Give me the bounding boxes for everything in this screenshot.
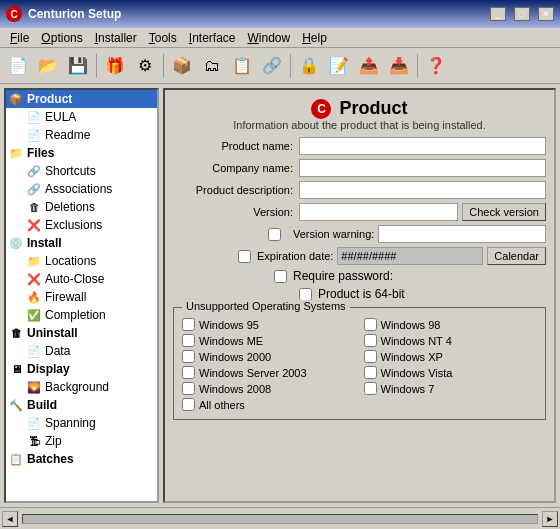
title-bar: C Centurion Setup _ □ ✕ — [0, 0, 560, 28]
os-windows2008-checkbox[interactable] — [182, 382, 195, 395]
close-button[interactable]: ✕ — [538, 7, 554, 21]
sidebar-item-associations[interactable]: 🔗 Associations — [6, 180, 157, 198]
menu-interface[interactable]: Interface — [183, 30, 242, 46]
background-icon: 🌄 — [26, 379, 42, 395]
product-icon: 📦 — [8, 91, 24, 107]
check-version-button[interactable]: Check version — [462, 203, 546, 221]
tb-install-button[interactable]: 📦 — [168, 52, 196, 80]
os-grid: Windows 95 Windows 98 Windows ME Windows… — [182, 318, 537, 411]
display-icon: 🖥 — [8, 361, 24, 377]
product-desc-input[interactable] — [299, 181, 546, 199]
tb-save-button[interactable]: 💾 — [64, 52, 92, 80]
sidebar-item-deletions[interactable]: 🗑 Deletions — [6, 198, 157, 216]
tb-pkg-button[interactable]: 🎁 — [101, 52, 129, 80]
sidebar-item-files[interactable]: 📁 Files — [6, 144, 157, 162]
sidebar: 📦 Product 📄 EULA 📄 Readme 📁 Files 🔗 Shor… — [4, 88, 159, 503]
sidebar-item-data[interactable]: 📄 Data — [6, 342, 157, 360]
toolbar: 📄 📂 💾 🎁 ⚙ 📦 🗂 📋 🔗 🔒 📝 📤 📥 ❓ — [0, 48, 560, 84]
tb-open-button[interactable]: 📂 — [34, 52, 62, 80]
tb-import-button[interactable]: 📥 — [385, 52, 413, 80]
sidebar-item-spanning[interactable]: 📄 Spanning — [6, 414, 157, 432]
os-windows2008-label: Windows 2008 — [199, 383, 271, 395]
sidebar-item-locations[interactable]: 📁 Locations — [6, 252, 157, 270]
sidebar-item-build[interactable]: 🔨 Build — [6, 396, 157, 414]
os-windows7-checkbox[interactable] — [364, 382, 377, 395]
menu-help[interactable]: Help — [296, 30, 333, 46]
expiration-input-group: Calendar — [337, 247, 546, 265]
product-64bit-checkbox[interactable] — [299, 288, 312, 301]
menu-installer[interactable]: Installer — [89, 30, 143, 46]
tb-shortcuts-button[interactable]: 🔗 — [258, 52, 286, 80]
company-name-input[interactable] — [299, 159, 546, 177]
os-windows2000-checkbox[interactable] — [182, 350, 195, 363]
os-windowsme-label: Windows ME — [199, 335, 263, 347]
expiration-input[interactable] — [337, 247, 483, 265]
sidebar-item-firewall[interactable]: 🔥 Firewall — [6, 288, 157, 306]
version-warning-input[interactable] — [378, 225, 546, 243]
main-area: 📦 Product 📄 EULA 📄 Readme 📁 Files 🔗 Shor… — [0, 84, 560, 507]
sidebar-item-install[interactable]: 💿 Install — [6, 234, 157, 252]
zip-icon: 🗜 — [26, 433, 42, 449]
os-windows98-label: Windows 98 — [381, 319, 441, 331]
product-name-input[interactable] — [299, 137, 546, 155]
product-name-label: Product name: — [173, 140, 293, 152]
tb-help-button[interactable]: ❓ — [422, 52, 450, 80]
os-windows98-checkbox[interactable] — [364, 318, 377, 331]
minimize-button[interactable]: _ — [490, 7, 506, 21]
version-input[interactable] — [299, 203, 458, 221]
tb-files-button[interactable]: 🗂 — [198, 52, 226, 80]
unsupported-os-title: Unsupported Operating Systems — [182, 300, 350, 312]
firewall-icon: 🔥 — [26, 289, 42, 305]
os-all-others-checkbox[interactable] — [182, 398, 195, 411]
os-windowsserver2003-checkbox[interactable] — [182, 366, 195, 379]
menu-tools[interactable]: Tools — [143, 30, 183, 46]
toolbar-separator-1 — [96, 54, 97, 78]
tb-reg-button[interactable]: 📋 — [228, 52, 256, 80]
scroll-right-button[interactable]: ► — [542, 511, 558, 527]
require-password-checkbox[interactable] — [274, 270, 287, 283]
sidebar-item-exclusions[interactable]: ❌ Exclusions — [6, 216, 157, 234]
install-icon: 💿 — [8, 235, 24, 251]
sidebar-item-eula[interactable]: 📄 EULA — [6, 108, 157, 126]
os-windowsme-checkbox[interactable] — [182, 334, 195, 347]
auto-close-icon: ❌ — [26, 271, 42, 287]
sidebar-item-product[interactable]: 📦 Product — [6, 90, 157, 108]
os-windowsvista-checkbox[interactable] — [364, 366, 377, 379]
os-windowsnt4-checkbox[interactable] — [364, 334, 377, 347]
scroll-track[interactable] — [22, 514, 538, 524]
os-windows95-label: Windows 95 — [199, 319, 259, 331]
sidebar-item-readme[interactable]: 📄 Readme — [6, 126, 157, 144]
os-windowsxp-checkbox[interactable] — [364, 350, 377, 363]
sidebar-item-completion[interactable]: ✅ Completion — [6, 306, 157, 324]
product-title: C Product — [173, 98, 546, 119]
expiration-checkbox[interactable] — [238, 250, 251, 263]
version-input-group: Check version — [299, 203, 546, 221]
os-all-others-label: All others — [199, 399, 245, 411]
os-windows95-checkbox[interactable] — [182, 318, 195, 331]
scroll-left-button[interactable]: ◄ — [2, 511, 18, 527]
menu-file[interactable]: File — [4, 30, 35, 46]
sidebar-item-background[interactable]: 🌄 Background — [6, 378, 157, 396]
maximize-button[interactable]: □ — [514, 7, 530, 21]
os-windowsvista-label: Windows Vista — [381, 367, 453, 379]
sidebar-item-zip[interactable]: 🗜 Zip — [6, 432, 157, 450]
sidebar-item-auto-close[interactable]: ❌ Auto-Close — [6, 270, 157, 288]
sidebar-item-display[interactable]: 🖥 Display — [6, 360, 157, 378]
require-password-row: Require password: — [173, 269, 546, 283]
sidebar-item-batches[interactable]: 📋 Batches — [6, 450, 157, 468]
tb-lock-button[interactable]: 🔒 — [295, 52, 323, 80]
tb-export-button[interactable]: 📤 — [355, 52, 383, 80]
version-warning-checkbox[interactable] — [268, 228, 281, 241]
toolbar-separator-2 — [163, 54, 164, 78]
menu-options[interactable]: Options — [35, 30, 88, 46]
menu-window[interactable]: Window — [241, 30, 296, 46]
os-windows2008: Windows 2008 — [182, 382, 356, 395]
product-header: C Product Information about the product … — [173, 98, 546, 131]
sidebar-item-shortcuts[interactable]: 🔗 Shortcuts — [6, 162, 157, 180]
product-name-row: Product name: — [173, 137, 546, 155]
calendar-button[interactable]: Calendar — [487, 247, 546, 265]
tb-settings-button[interactable]: ⚙ — [131, 52, 159, 80]
tb-new-button[interactable]: 📄 — [4, 52, 32, 80]
sidebar-item-uninstall[interactable]: 🗑 Uninstall — [6, 324, 157, 342]
tb-script-button[interactable]: 📝 — [325, 52, 353, 80]
